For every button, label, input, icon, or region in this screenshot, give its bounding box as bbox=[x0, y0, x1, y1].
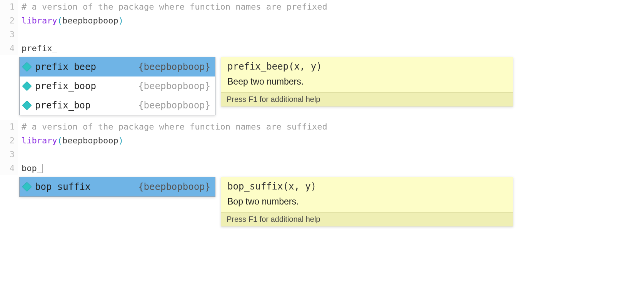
autocomplete-item-name: prefix_beep bbox=[35, 60, 133, 74]
editor-block: 1# a version of the package where functi… bbox=[0, 0, 644, 115]
code-content[interactable]: # a version of the package where functio… bbox=[18, 120, 327, 134]
code-line[interactable]: 3 bbox=[0, 28, 644, 42]
code-line[interactable]: 1# a version of the package where functi… bbox=[0, 120, 644, 134]
tooltip-description: Bop two numbers. bbox=[221, 195, 513, 212]
token-paren: ( bbox=[57, 136, 62, 145]
autocomplete-item[interactable]: prefix_boop{beepbopboop} bbox=[20, 76, 215, 96]
autocomplete-item[interactable]: prefix_beep{beepbopboop} bbox=[20, 57, 215, 76]
function-icon bbox=[22, 81, 32, 91]
autocomplete-tooltip: bop_suffix(x, y)Bop two numbers.Press F1… bbox=[221, 177, 513, 226]
code-line[interactable]: 2library(beepbopboop) bbox=[0, 134, 644, 148]
tooltip-footer: Press F1 for additional help bbox=[221, 212, 513, 226]
token-keyword: library bbox=[22, 136, 57, 145]
code-line[interactable]: 3 bbox=[0, 148, 644, 161]
autocomplete-item-package: {beepbopboop} bbox=[138, 79, 210, 93]
line-number: 1 bbox=[0, 120, 18, 134]
code-content[interactable]: prefix_ bbox=[18, 42, 57, 55]
function-icon bbox=[22, 100, 32, 110]
function-icon bbox=[22, 182, 32, 191]
autocomplete-item-package: {beepbopboop} bbox=[138, 98, 210, 113]
tooltip-signature: prefix_beep(x, y) bbox=[221, 57, 513, 75]
token-comment: # a version of the package where functio… bbox=[22, 122, 327, 131]
autocomplete-item-package: {beepbopboop} bbox=[138, 60, 210, 74]
code-line[interactable]: 2library(beepbopboop) bbox=[0, 14, 644, 28]
code-content[interactable]: library(beepbopboop) bbox=[18, 14, 123, 28]
token-pkg: beepbopboop bbox=[62, 136, 118, 145]
token-pkg: beepbopboop bbox=[62, 16, 118, 25]
function-icon bbox=[22, 62, 32, 72]
token-paren: ) bbox=[118, 136, 123, 145]
editor-block: 1# a version of the package where functi… bbox=[0, 120, 644, 226]
autocomplete-popup: bop_suffix{beepbopboop}bop_suffix(x, y)B… bbox=[19, 177, 644, 226]
code-line[interactable]: 4bop_ bbox=[0, 161, 644, 175]
token-text: prefix_ bbox=[22, 43, 57, 53]
line-number: 3 bbox=[0, 148, 18, 161]
line-number: 4 bbox=[0, 42, 18, 55]
token-keyword: library bbox=[22, 16, 57, 25]
line-number: 3 bbox=[0, 28, 18, 42]
autocomplete-popup: prefix_beep{beepbopboop}prefix_boop{beep… bbox=[19, 57, 644, 115]
code-line[interactable]: 1# a version of the package where functi… bbox=[0, 0, 644, 14]
autocomplete-item-name: prefix_boop bbox=[35, 79, 133, 93]
line-number: 1 bbox=[0, 0, 18, 14]
autocomplete-list[interactable]: prefix_beep{beepbopboop}prefix_boop{beep… bbox=[19, 57, 215, 115]
autocomplete-item-package: {beepbopboop} bbox=[138, 180, 210, 194]
line-number: 4 bbox=[0, 161, 18, 175]
token-paren: ( bbox=[57, 16, 62, 25]
autocomplete-item-name: prefix_bop bbox=[35, 98, 133, 113]
tooltip-signature: bop_suffix(x, y) bbox=[221, 177, 513, 195]
code-content[interactable]: # a version of the package where functio… bbox=[18, 0, 327, 14]
autocomplete-item[interactable]: prefix_bop{beepbopboop} bbox=[20, 96, 215, 115]
line-number: 2 bbox=[0, 134, 18, 148]
tooltip-footer: Press F1 for additional help bbox=[221, 92, 513, 106]
token-text: bop_ bbox=[22, 163, 42, 173]
autocomplete-item-name: bop_suffix bbox=[35, 180, 133, 194]
code-content[interactable]: library(beepbopboop) bbox=[18, 134, 123, 148]
line-number: 2 bbox=[0, 14, 18, 28]
autocomplete-tooltip: prefix_beep(x, y)Beep two numbers.Press … bbox=[221, 57, 513, 106]
token-paren: ) bbox=[118, 16, 123, 25]
code-content[interactable]: bop_ bbox=[18, 161, 43, 175]
tooltip-description: Beep two numbers. bbox=[221, 75, 513, 92]
code-line[interactable]: 4prefix_ bbox=[0, 42, 644, 55]
autocomplete-item[interactable]: bop_suffix{beepbopboop} bbox=[20, 177, 215, 196]
autocomplete-list[interactable]: bop_suffix{beepbopboop} bbox=[19, 177, 215, 197]
text-cursor bbox=[42, 164, 43, 173]
token-comment: # a version of the package where functio… bbox=[22, 2, 327, 12]
